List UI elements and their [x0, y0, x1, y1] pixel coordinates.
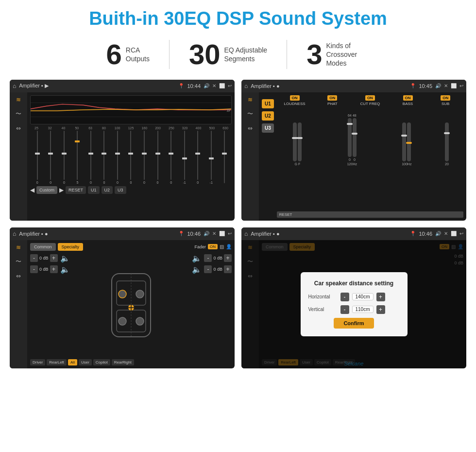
- slider-10[interactable]: 0: [152, 131, 164, 184]
- window-icon-2[interactable]: ⬜: [451, 83, 457, 88]
- back-icon-4[interactable]: ↩: [459, 231, 463, 236]
- vslider-3a[interactable]: [402, 122, 406, 161]
- back-icon-3[interactable]: ↩: [228, 231, 232, 236]
- amp-reset-btn[interactable]: RESET: [277, 211, 463, 218]
- slider-11[interactable]: 0: [165, 131, 177, 184]
- tab-common[interactable]: Common: [30, 243, 56, 251]
- eq-icon[interactable]: ≋: [16, 96, 21, 103]
- db-plus-2[interactable]: +: [50, 265, 58, 273]
- home-icon[interactable]: ⌂: [13, 83, 16, 89]
- channel-icon-3[interactable]: ⇔: [16, 273, 21, 279]
- vslider-4[interactable]: [445, 122, 449, 161]
- next-arrow[interactable]: ▶: [59, 187, 64, 193]
- slider-2[interactable]: 0: [45, 131, 57, 184]
- vertical-minus[interactable]: -: [340, 305, 349, 314]
- slider-9[interactable]: 0: [138, 131, 151, 184]
- horizontal-minus[interactable]: -: [340, 293, 349, 301]
- wave-icon[interactable]: 〜: [16, 110, 21, 118]
- volume-icon[interactable]: 🔊: [204, 83, 209, 88]
- volume-icon-2[interactable]: 🔊: [435, 83, 441, 88]
- home-icon-3[interactable]: ⌂: [13, 230, 16, 237]
- slider-4[interactable]: 5: [71, 131, 84, 184]
- home-icon-4[interactable]: ⌂: [244, 230, 248, 237]
- wave-icon-2[interactable]: 〜: [247, 110, 253, 118]
- slider-13[interactable]: 0: [191, 131, 204, 184]
- toggle-on-sub[interactable]: ON: [441, 95, 450, 101]
- driver-btn[interactable]: Driver: [30, 359, 45, 365]
- prev-arrow[interactable]: ◀: [30, 187, 34, 193]
- slider-12[interactable]: -1: [178, 131, 191, 184]
- horizontal-plus[interactable]: +: [376, 293, 385, 301]
- toggle-on-cutfreq[interactable]: ON: [365, 95, 375, 101]
- db-plus-1[interactable]: +: [50, 254, 58, 262]
- fader-icon[interactable]: ▨: [220, 244, 224, 249]
- vslider-2b[interactable]: [353, 118, 357, 157]
- close-icon[interactable]: ✕: [212, 83, 216, 88]
- slider-1[interactable]: 0: [31, 131, 44, 184]
- db-plus-3[interactable]: +: [224, 254, 232, 262]
- screen4-topbar: ⌂ Amplifier ▪ ● 📍 10:46 🔊 ✕ ⬜ ↩: [241, 227, 466, 240]
- slider-5[interactable]: 0: [85, 131, 97, 184]
- u1-btn[interactable]: U1: [262, 99, 274, 108]
- expand-icon[interactable]: »: [226, 106, 230, 114]
- window-icon-4[interactable]: ⬜: [451, 231, 457, 236]
- copilot-btn[interactable]: Copilot: [93, 359, 110, 365]
- eq-icon-2[interactable]: ≋: [248, 96, 253, 103]
- u1-button[interactable]: U1: [88, 186, 100, 194]
- slider-15[interactable]: [218, 131, 231, 184]
- toggle-on-loudness[interactable]: ON: [290, 95, 300, 101]
- db-minus-2[interactable]: -: [30, 265, 38, 273]
- stat-number-rca: 6: [106, 40, 122, 69]
- u2-button[interactable]: U2: [102, 186, 113, 194]
- all-btn[interactable]: All: [68, 359, 77, 365]
- tab-specialty[interactable]: Specialty: [58, 243, 84, 251]
- u3-btn[interactable]: U3: [262, 123, 274, 133]
- close-icon-3[interactable]: ✕: [212, 231, 216, 236]
- db-plus-4[interactable]: +: [224, 265, 232, 273]
- window-icon[interactable]: ⬜: [219, 83, 225, 88]
- freq-400: 400: [192, 126, 205, 130]
- freq-200: 200: [152, 126, 164, 130]
- slider-8[interactable]: 0: [125, 131, 137, 184]
- vslider-2a[interactable]: [348, 118, 352, 157]
- home-icon-2[interactable]: ⌂: [244, 83, 248, 89]
- db-minus-4[interactable]: -: [204, 265, 212, 273]
- profile-icon[interactable]: 👤: [226, 244, 232, 249]
- volume-icon-4[interactable]: 🔊: [435, 231, 441, 236]
- volume-icon-3[interactable]: 🔊: [204, 231, 209, 236]
- slider-14[interactable]: -1: [205, 131, 218, 184]
- toggle-on-bass[interactable]: ON: [403, 95, 413, 101]
- close-icon-4[interactable]: ✕: [444, 231, 448, 236]
- window-icon-3[interactable]: ⬜: [219, 231, 225, 236]
- toggle-on-phat[interactable]: ON: [327, 95, 337, 101]
- wave-icon-3[interactable]: 〜: [16, 258, 21, 266]
- vertical-plus[interactable]: +: [376, 305, 385, 314]
- vslider-1a[interactable]: [293, 122, 297, 161]
- db-minus-1[interactable]: -: [30, 254, 38, 262]
- confirm-button[interactable]: Confirm: [334, 318, 374, 329]
- custom-button[interactable]: Custom: [36, 186, 57, 194]
- channel-icon-2[interactable]: ⇔: [248, 125, 253, 132]
- vslider-3b[interactable]: [407, 122, 411, 161]
- dialog-vertical-row: Vertical - 110cm +: [308, 305, 400, 314]
- db-minus-3[interactable]: -: [204, 254, 212, 262]
- slider-7[interactable]: 0: [111, 131, 124, 184]
- back-icon[interactable]: ↩: [228, 83, 232, 88]
- reset-button[interactable]: RESET: [66, 186, 86, 194]
- slider-6[interactable]: 0: [98, 131, 111, 184]
- screen3-content: Common Specialty Fader ON ▨ 👤 -: [27, 240, 235, 368]
- rearright-btn[interactable]: RearRight: [112, 359, 134, 365]
- close-icon-2[interactable]: ✕: [444, 83, 448, 88]
- u3-button[interactable]: U3: [115, 186, 126, 194]
- eq-icon-3[interactable]: ≋: [16, 244, 21, 251]
- channel-icon[interactable]: ⇔: [16, 125, 21, 132]
- vslider-1b[interactable]: [298, 122, 302, 161]
- u2-btn[interactable]: U2: [262, 111, 274, 121]
- horizontal-value: 140cm: [352, 293, 374, 300]
- slider-3[interactable]: 0: [58, 131, 70, 184]
- left-controls: - 0 dB + 🔈 - 0 dB + 🔈: [30, 254, 70, 357]
- back-icon-2[interactable]: ↩: [459, 83, 463, 88]
- freq-32: 32: [44, 126, 56, 130]
- user-btn[interactable]: User: [79, 359, 92, 365]
- rearleft-btn[interactable]: RearLeft: [47, 359, 67, 365]
